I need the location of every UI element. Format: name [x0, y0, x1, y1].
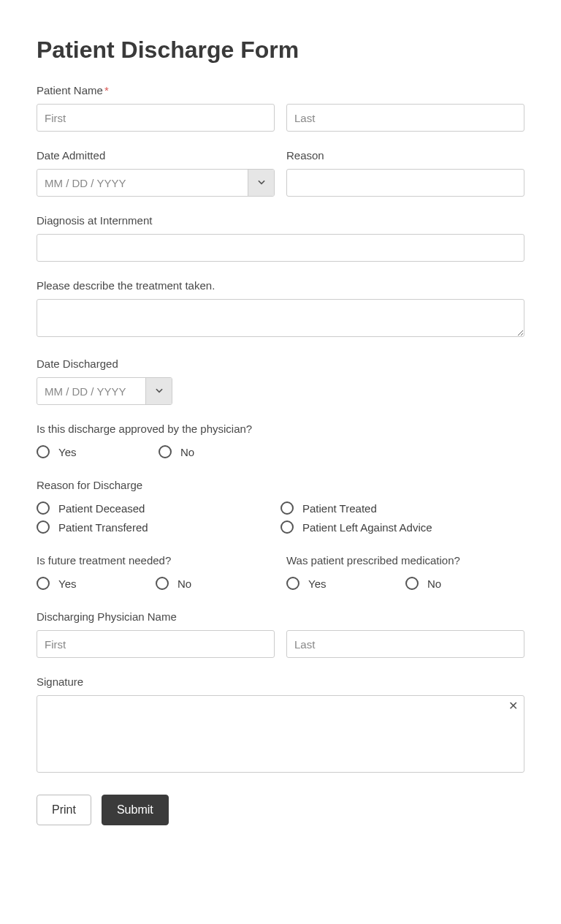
patient-first-input[interactable]	[37, 104, 275, 132]
physician-first-input[interactable]	[37, 630, 275, 658]
date-admitted-input[interactable]	[37, 170, 248, 196]
approved-no-radio[interactable]: No	[159, 445, 280, 458]
treatment-label: Please describe the treatment taken.	[37, 279, 524, 292]
signature-clear-button[interactable]: ✕	[508, 700, 518, 712]
radio-icon	[159, 445, 172, 458]
medication-label: Was patient prescribed medication?	[286, 554, 524, 567]
date-discharged-picker-button[interactable]	[145, 378, 172, 404]
close-icon: ✕	[508, 700, 518, 712]
diagnosis-input[interactable]	[37, 234, 524, 262]
treatment-textarea[interactable]	[37, 299, 524, 337]
reason-deceased-radio[interactable]: Patient Deceased	[37, 501, 280, 515]
diagnosis-label: Diagnosis at Internment	[37, 214, 524, 227]
radio-icon	[280, 520, 294, 534]
radio-icon	[37, 520, 50, 534]
reason-discharge-label: Reason for Discharge	[37, 479, 524, 491]
print-button[interactable]: Print	[37, 795, 91, 825]
radio-icon	[37, 445, 50, 458]
date-admitted-label: Date Admitted	[37, 149, 275, 162]
date-discharged-label: Date Discharged	[37, 357, 524, 370]
radio-icon	[37, 577, 50, 590]
patient-last-input[interactable]	[286, 104, 524, 132]
submit-button[interactable]: Submit	[102, 795, 169, 825]
future-yes-radio[interactable]: Yes	[37, 577, 156, 590]
reason-treated-radio[interactable]: Patient Treated	[280, 501, 524, 515]
reason-transfered-radio[interactable]: Patient Transfered	[37, 520, 280, 534]
reason-input[interactable]	[286, 169, 524, 197]
radio-icon	[286, 577, 299, 590]
medication-no-radio[interactable]: No	[405, 577, 524, 590]
radio-icon	[405, 577, 419, 590]
chevron-down-icon	[154, 385, 164, 398]
approved-yes-radio[interactable]: Yes	[37, 445, 159, 458]
chevron-down-icon	[256, 177, 267, 189]
radio-icon	[280, 501, 294, 515]
required-asterisk: *	[104, 84, 109, 96]
signature-label: Signature	[37, 675, 524, 688]
radio-icon	[156, 577, 169, 590]
future-treatment-label: Is future treatment needed?	[37, 554, 275, 567]
signature-pad[interactable]: ✕	[37, 695, 524, 773]
reason-against-advice-radio[interactable]: Patient Left Against Advice	[280, 520, 524, 534]
page-title: Patient Discharge Form	[37, 37, 524, 64]
date-admitted-picker-button[interactable]	[248, 170, 274, 196]
future-no-radio[interactable]: No	[156, 577, 275, 590]
patient-name-label: Patient Name*	[37, 84, 524, 96]
approved-label: Is this discharge approved by the physic…	[37, 423, 524, 435]
medication-yes-radio[interactable]: Yes	[286, 577, 405, 590]
date-discharged-input[interactable]	[37, 378, 145, 404]
reason-label: Reason	[286, 149, 524, 162]
radio-icon	[37, 501, 50, 515]
physician-name-label: Discharging Physician Name	[37, 610, 524, 623]
physician-last-input[interactable]	[286, 630, 524, 658]
